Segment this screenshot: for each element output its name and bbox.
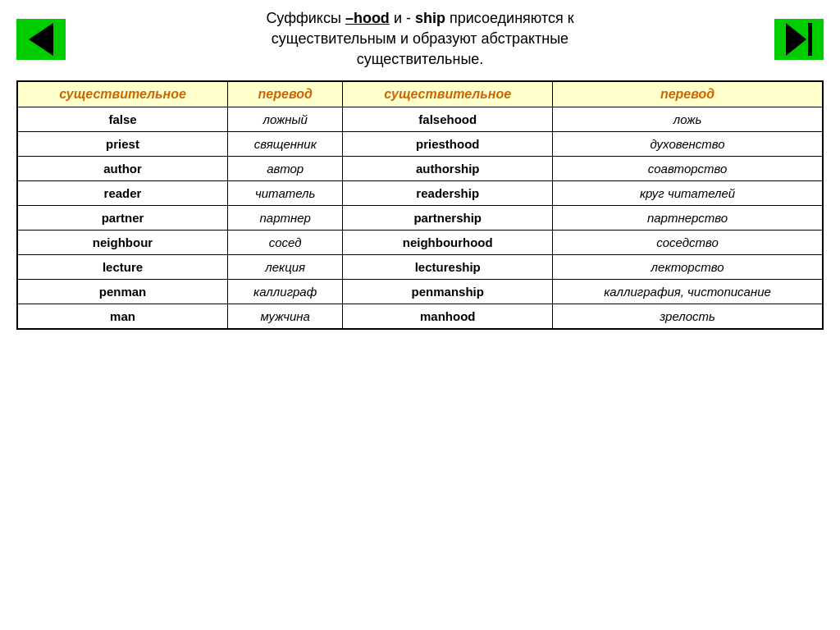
back-arrow-icon bbox=[29, 23, 53, 56]
table-row: partnerпартнерpartnershipпартнерство bbox=[17, 205, 823, 230]
next-button[interactable] bbox=[774, 19, 824, 60]
derived-translation-cell: ложь bbox=[553, 107, 823, 131]
translation-cell: ложный bbox=[228, 107, 343, 131]
word-cell: man bbox=[17, 304, 228, 329]
title-part2: присоединяются к bbox=[445, 10, 574, 26]
derived-translation-cell: каллиграфия, чистописание bbox=[553, 279, 823, 304]
derived-word-cell: neighbourhood bbox=[343, 230, 553, 254]
derived-word-cell: authorship bbox=[343, 156, 553, 180]
table-row: authorавторauthorshipсоавторство bbox=[17, 156, 823, 180]
title: Суффиксы –hood и - ship присоединяются к… bbox=[266, 8, 573, 71]
derived-translation-cell: партнерство bbox=[553, 205, 823, 230]
table-row: penmanкаллиграфpenmanshipкаллиграфия, чи… bbox=[17, 279, 823, 304]
title-line2: существительным и образуют абстрактные bbox=[272, 30, 568, 47]
translation-cell: автор bbox=[228, 156, 343, 180]
derived-word-cell: priesthood bbox=[343, 131, 553, 156]
derived-word-cell: falsehood bbox=[343, 107, 553, 131]
derived-translation-cell: духовенство bbox=[553, 131, 823, 156]
translation-cell: лекция bbox=[228, 254, 343, 279]
word-cell: penman bbox=[17, 279, 228, 304]
header-area: Суффиксы –hood и - ship присоединяются к… bbox=[16, 8, 824, 71]
translation-cell: мужчина bbox=[228, 304, 343, 329]
derived-word-cell: partnership bbox=[343, 205, 553, 230]
word-cell: false bbox=[17, 107, 228, 131]
table-header-row: существительное перевод существительное … bbox=[17, 81, 823, 107]
derived-translation-cell: соседство bbox=[553, 230, 823, 254]
suffix-hood: –hood bbox=[345, 10, 390, 26]
col4-header: перевод bbox=[553, 81, 823, 107]
derived-translation-cell: лекторство bbox=[553, 254, 823, 279]
next-arrow-line bbox=[808, 23, 812, 56]
derived-word-cell: penmanship bbox=[343, 279, 553, 304]
vocabulary-table: существительное перевод существительное … bbox=[16, 80, 824, 330]
word-cell: author bbox=[17, 156, 228, 180]
table-row: lectureлекцияlectureshipлекторство bbox=[17, 254, 823, 279]
derived-word-cell: readership bbox=[343, 180, 553, 205]
suffix-ship: ship bbox=[415, 10, 445, 26]
word-cell: partner bbox=[17, 205, 228, 230]
table-row: readerчитательreadershipкруг читателей bbox=[17, 180, 823, 205]
derived-translation-cell: круг читателей bbox=[553, 180, 823, 205]
translation-cell: партнер bbox=[228, 205, 343, 230]
derived-translation-cell: зрелость bbox=[553, 304, 823, 329]
title-line3: существительные. bbox=[357, 51, 484, 67]
col1-header: существительное bbox=[17, 81, 228, 107]
word-cell: priest bbox=[17, 131, 228, 156]
translation-cell: читатель bbox=[228, 180, 343, 205]
table-row: priestсвященникpriesthoodдуховенство bbox=[17, 131, 823, 156]
title-connector: и bbox=[390, 10, 406, 26]
translation-cell: сосед bbox=[228, 230, 343, 254]
table-row: manмужчинаmanhoodзрелость bbox=[17, 304, 823, 329]
next-arrow-triangle bbox=[786, 23, 806, 56]
table-row: falseложныйfalsehoodложь bbox=[17, 107, 823, 131]
next-arrow-icon bbox=[786, 23, 812, 56]
back-button[interactable] bbox=[16, 19, 66, 60]
table-row: neighbourсоседneighbourhoodсоседство bbox=[17, 230, 823, 254]
title-prefix: Суффиксы bbox=[266, 10, 345, 26]
col2-header: перевод bbox=[228, 81, 343, 107]
suffix-ship-dash: - bbox=[406, 10, 415, 26]
translation-cell: священник bbox=[228, 131, 343, 156]
derived-translation-cell: соавторство bbox=[553, 156, 823, 180]
translation-cell: каллиграф bbox=[228, 279, 343, 304]
word-cell: lecture bbox=[17, 254, 228, 279]
derived-word-cell: manhood bbox=[343, 304, 553, 329]
col3-header: существительное bbox=[343, 81, 553, 107]
word-cell: neighbour bbox=[17, 230, 228, 254]
word-cell: reader bbox=[17, 180, 228, 205]
derived-word-cell: lectureship bbox=[343, 254, 553, 279]
